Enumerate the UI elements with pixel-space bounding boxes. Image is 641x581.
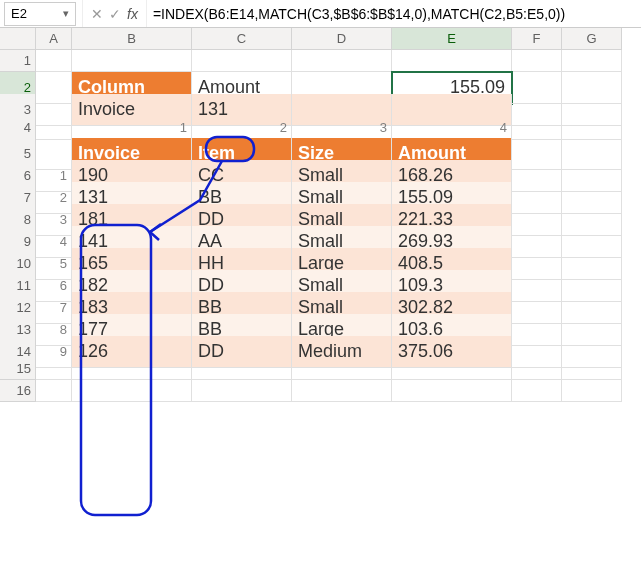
accept-icon[interactable]: ✓ [109,6,121,22]
cell-E4[interactable]: 4 [392,116,512,140]
row-header-16[interactable]: 16 [0,380,36,402]
cell-D1[interactable] [292,50,392,72]
cell-A1[interactable] [36,50,72,72]
formula-input[interactable] [147,2,641,26]
name-box[interactable]: E2 ▾ [4,2,76,26]
col-header-B[interactable]: B [72,28,192,50]
cell-C16[interactable] [192,380,292,402]
cell-B16[interactable] [72,380,192,402]
cell-G16[interactable] [562,380,622,402]
cell-E15[interactable] [392,358,512,380]
col-header-E[interactable]: E [392,28,512,50]
select-all-corner[interactable] [0,28,36,50]
col-header-D[interactable]: D [292,28,392,50]
cell-A16[interactable] [36,380,72,402]
cell-G1[interactable] [562,50,622,72]
col-header-F[interactable]: F [512,28,562,50]
cell-C1[interactable] [192,50,292,72]
cell-C4[interactable]: 2 [192,116,292,140]
spreadsheet-grid[interactable]: ABCDEFG12ColumnAmount155.093Invoice13141… [0,28,641,402]
row-header-15[interactable]: 15 [0,358,36,380]
fx-controls: ✕ ✓ fx [82,0,147,27]
fx-icon[interactable]: fx [127,6,138,22]
cell-D15[interactable] [292,358,392,380]
col-header-C[interactable]: C [192,28,292,50]
cell-E16[interactable] [392,380,512,402]
cell-F15[interactable] [512,358,562,380]
name-box-value: E2 [11,6,27,21]
cell-A15[interactable] [36,358,72,380]
row-header-1[interactable]: 1 [0,50,36,72]
cell-C15[interactable] [192,358,292,380]
col-header-G[interactable]: G [562,28,622,50]
cell-D4[interactable]: 3 [292,116,392,140]
cell-F1[interactable] [512,50,562,72]
cell-D16[interactable] [292,380,392,402]
cancel-icon[interactable]: ✕ [91,6,103,22]
row-header-4[interactable]: 4 [0,116,36,140]
cell-F4[interactable] [512,116,562,140]
formula-bar: E2 ▾ ✕ ✓ fx [0,0,641,28]
cell-F16[interactable] [512,380,562,402]
cell-B4[interactable]: 1 [72,116,192,140]
cell-B15[interactable] [72,358,192,380]
cell-A4[interactable] [36,116,72,140]
cell-G15[interactable] [562,358,622,380]
cell-B1[interactable] [72,50,192,72]
chevron-down-icon[interactable]: ▾ [63,7,69,20]
col-header-A[interactable]: A [36,28,72,50]
cell-G4[interactable] [562,116,622,140]
cell-E1[interactable] [392,50,512,72]
